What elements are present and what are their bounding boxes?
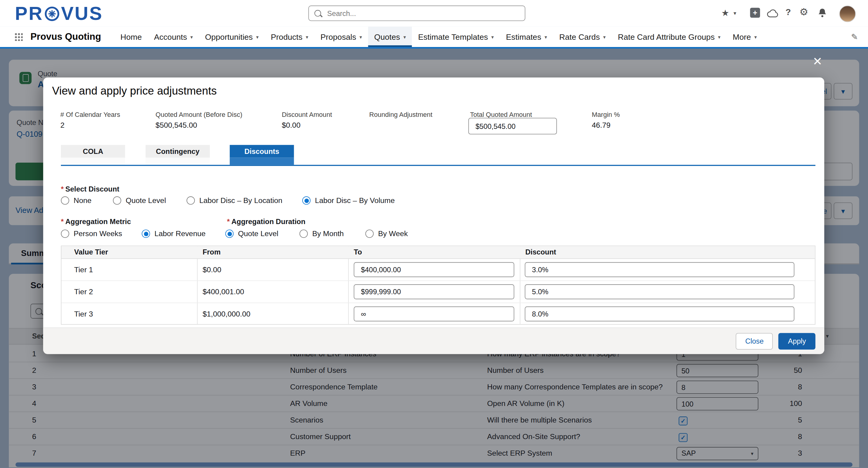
tier-from: $1,000,000.00 — [203, 303, 250, 325]
chevron-down-icon: ▾ — [545, 34, 547, 39]
aggregation-metric-label: *Aggregation Metric — [61, 218, 131, 226]
nav-item-home[interactable]: Home — [114, 27, 148, 47]
tier-from: $400,001.00 — [203, 281, 244, 303]
total-quoted-amount-input[interactable] — [468, 118, 557, 134]
col-header-from: From — [203, 246, 221, 258]
modal-footer: Close Apply — [43, 327, 824, 354]
modal-title: View and apply price adjustments — [52, 85, 217, 97]
tier-discount-input[interactable] — [525, 262, 794, 277]
select-discount-label: *Select Discount — [61, 185, 119, 193]
favorites-star-icon[interactable]: ★ — [721, 8, 729, 19]
chevron-down-icon: ▾ — [256, 34, 258, 39]
app-launcher-icon[interactable] — [14, 33, 23, 41]
required-asterisk: * — [61, 218, 64, 226]
user-avatar[interactable] — [839, 5, 856, 22]
chevron-down-icon: ▾ — [491, 34, 494, 39]
nav-item-quotes[interactable]: Quotes▾ — [368, 27, 412, 47]
tab-contingency[interactable]: Contingency — [146, 145, 210, 165]
col-header-discount: Discount — [525, 246, 556, 258]
radio-by-month[interactable]: By Month — [300, 230, 344, 238]
aggregation-options: Person Weeks Labor Revenue Quote Level B… — [43, 230, 824, 239]
global-actions-plus-icon[interactable]: + — [750, 8, 760, 18]
screen: Quote A Cancel ▾ Quote Number Q-0109 Vie… — [0, 0, 868, 468]
required-asterisk: * — [61, 185, 64, 193]
summary-value: 46.79 — [592, 121, 620, 130]
summary-label: # Of Calendar Years — [60, 110, 120, 119]
tier-to-input[interactable] — [354, 284, 515, 299]
chevron-down-icon: ▾ — [306, 34, 308, 39]
summary-value: $500,545.00 — [156, 121, 242, 130]
apply-button[interactable]: Apply — [778, 333, 815, 349]
nav-item-rate-cards[interactable]: Rate Cards▾ — [553, 27, 612, 47]
search-icon — [314, 10, 321, 16]
logo-o-gear-icon — [44, 6, 60, 21]
summary-label: Discount Amount — [282, 110, 332, 119]
radio-labor-disc-location[interactable]: Labor Disc – By Location — [187, 196, 282, 205]
radio-quote-level[interactable]: Quote Level — [113, 196, 166, 205]
summary-margin: Margin % 46.79 — [592, 110, 620, 129]
tier-row: Tier 3 $1,000,000.00 — [61, 303, 815, 325]
summary-value: 2 — [60, 121, 120, 130]
tab-discounts[interactable]: Discounts — [230, 145, 294, 165]
favorites-chevron-icon[interactable]: ▾ — [734, 10, 736, 16]
chevron-down-icon: ▾ — [403, 34, 406, 39]
tab-label: COLA — [61, 145, 125, 158]
nav-item-proposals[interactable]: Proposals▾ — [314, 27, 368, 47]
radio-none[interactable]: None — [61, 196, 92, 205]
chevron-down-icon: ▾ — [754, 34, 757, 39]
notifications-bell-icon[interactable] — [818, 8, 827, 18]
tier-to-input[interactable] — [354, 307, 515, 322]
chevron-down-icon: ▾ — [718, 34, 720, 39]
nav-item-rate-card-attribute-groups[interactable]: Rate Card Attribute Groups▾ — [612, 27, 727, 47]
col-header-to: To — [354, 246, 362, 258]
nav-item-estimate-templates[interactable]: Estimate Templates▾ — [412, 27, 500, 47]
tier-to-input[interactable] — [354, 262, 515, 277]
tab-label: Discounts — [230, 145, 294, 158]
radio-duration-quote-level[interactable]: Quote Level — [225, 230, 278, 238]
radio-labor-disc-volume[interactable]: Labor Disc – By Volume — [302, 196, 395, 205]
tier-discount-input[interactable] — [525, 307, 794, 322]
nav-item-products[interactable]: Products▾ — [265, 27, 314, 47]
tab-cola[interactable]: COLA — [61, 145, 125, 165]
cloud-icon[interactable] — [767, 9, 779, 18]
radio-selected-icon — [142, 230, 150, 238]
radio-selected-icon — [225, 230, 234, 238]
global-header: PR VUS ★ ▾ + ? ⚙ — [0, 0, 868, 27]
tier-from: $0.00 — [203, 259, 221, 281]
nav-item-opportunities[interactable]: Opportunities▾ — [199, 27, 265, 47]
radio-icon — [187, 196, 195, 205]
help-icon[interactable]: ? — [785, 7, 791, 17]
select-discount-options: None Quote Level Labor Disc – By Locatio… — [43, 196, 824, 206]
summary-label: Quoted Amount (Before Disc) — [156, 110, 242, 119]
radio-icon — [61, 230, 69, 238]
tier-table-header: Value Tier From To Discount — [61, 246, 815, 259]
modal-close-icon[interactable]: ✕ — [812, 56, 822, 67]
summary-label: Margin % — [592, 110, 620, 119]
radio-person-weeks[interactable]: Person Weeks — [61, 230, 122, 238]
chevron-down-icon: ▾ — [360, 34, 362, 39]
nav-items: Home Accounts▾ Opportunities▾ Products▾ … — [114, 27, 763, 47]
setup-gear-icon[interactable]: ⚙ — [799, 6, 808, 18]
col-header-value-tier: Value Tier — [74, 246, 108, 258]
global-search-input[interactable] — [326, 8, 519, 18]
close-button[interactable]: Close — [736, 333, 773, 349]
logo-text-right: VUS — [61, 3, 103, 24]
price-adjustments-modal: View and apply price adjustments # Of Ca… — [43, 77, 824, 354]
radio-icon — [365, 230, 374, 238]
tier-row: Tier 2 $400,001.00 — [61, 281, 815, 303]
tabs-rule — [61, 165, 815, 166]
edit-nav-pencil-icon[interactable]: ✎ — [851, 32, 868, 42]
radio-labor-revenue[interactable]: Labor Revenue — [142, 230, 206, 238]
tier-row: Tier 1 $0.00 — [61, 259, 815, 281]
nav-item-more[interactable]: More▾ — [727, 27, 763, 47]
summary-label: Total Quoted Amount — [470, 110, 532, 119]
radio-by-week[interactable]: By Week — [365, 230, 408, 238]
chevron-down-icon: ▾ — [190, 34, 193, 39]
summary-rounding-adjustment: Rounding Adjustment — [369, 110, 433, 121]
global-search[interactable] — [308, 5, 525, 21]
chevron-down-icon: ▾ — [603, 34, 606, 39]
nav-item-accounts[interactable]: Accounts▾ — [148, 27, 199, 47]
tier-discount-input[interactable] — [525, 284, 794, 299]
nav-item-estimates[interactable]: Estimates▾ — [500, 27, 553, 47]
radio-selected-icon — [302, 196, 311, 205]
